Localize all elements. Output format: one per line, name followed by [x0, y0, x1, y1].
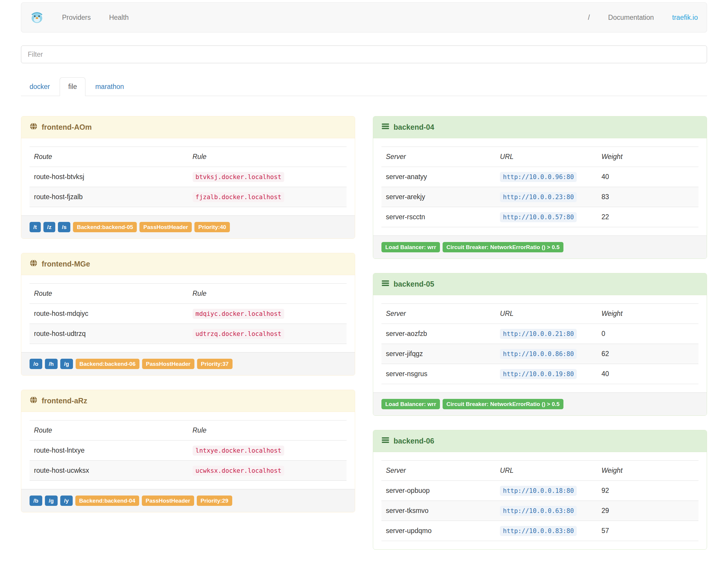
route-row: route-host-btvksj btvksj.docker.localhos…: [30, 167, 347, 187]
route-row: route-host-mdqiyc mdqiyc.docker.localhos…: [30, 304, 347, 324]
backend-badge: Backend:backend-04: [75, 496, 139, 506]
rule-cell: mdqiyc.docker.localhost: [188, 304, 347, 324]
navbar-right: / Documentation traefik.io: [588, 14, 698, 22]
server-name-cell: server-rscctn: [381, 207, 495, 227]
backend-panel: backend-06 Server URL Weight: [373, 430, 707, 550]
traefik-logo-icon[interactable]: [30, 11, 44, 24]
tab-file[interactable]: file: [60, 77, 85, 96]
route-name-cell: route-host-udtrzq: [30, 324, 188, 344]
server-url-cell: http://10.0.0.18:80: [495, 481, 597, 501]
url-code: http://10.0.0.83:80: [500, 526, 577, 536]
server-url-cell: http://10.0.0.83:80: [495, 521, 597, 541]
path-badge: /g: [45, 496, 58, 506]
frontend-panel-footer: /t /z /s Backend:backend-05 PassHostHead…: [21, 215, 355, 238]
route-row: route-host-lntxye lntxye.docker.localhos…: [30, 441, 347, 461]
rule-cell: udtrzq.docker.localhost: [188, 324, 347, 344]
server-url-cell: http://10.0.0.21:80: [495, 324, 597, 344]
backend-panel-header: backend-04: [373, 116, 707, 138]
server-weight-cell: 62: [597, 344, 698, 364]
nav-documentation[interactable]: Documentation: [608, 14, 654, 22]
backend-title: backend-04: [394, 123, 434, 131]
frontend-panel: frontend-MGe Route Rule route-host-mdqi: [21, 253, 355, 376]
globe-icon: [30, 122, 38, 132]
frontend-title: frontend-AOm: [42, 123, 92, 131]
servers-table-header-row: Server URL Weight: [381, 461, 698, 481]
server-weight-cell: 83: [597, 187, 698, 207]
route-name-cell: route-host-lntxye: [30, 441, 188, 461]
nav-traefik-site-link[interactable]: traefik.io: [672, 14, 698, 22]
server-weight-cell: 22: [597, 207, 698, 227]
servers-table-header-row: Server URL Weight: [381, 304, 698, 324]
column-header-server: Server: [381, 461, 495, 481]
column-header-weight: Weight: [597, 304, 698, 324]
frontend-title: frontend-MGe: [42, 260, 90, 268]
rule-code: udtrzq.docker.localhost: [193, 329, 285, 339]
url-code: http://10.0.0.96:80: [500, 172, 577, 182]
server-bars-icon: [381, 279, 389, 289]
url-code: http://10.0.0.21:80: [500, 329, 577, 339]
backend-title: backend-05: [394, 280, 434, 288]
nav-providers[interactable]: Providers: [62, 14, 91, 22]
nav-slash[interactable]: /: [588, 14, 590, 22]
server-name-cell: server-jifqgz: [381, 344, 495, 364]
frontend-panel-footer: /b /g /y Backend:backend-04 PassHostHead…: [21, 489, 355, 512]
frontend-panel-header: frontend-MGe: [21, 253, 355, 275]
url-code: http://10.0.0.23:80: [500, 192, 577, 202]
column-header-url: URL: [495, 461, 597, 481]
backend-panel: backend-04 Server URL Weight: [373, 116, 707, 259]
frontend-panel-footer: /o /h /g Backend:backend-06 PassHostHead…: [21, 352, 355, 375]
servers-table: Server URL Weight server-aozfzb http://1…: [381, 303, 698, 384]
tab-docker[interactable]: docker: [21, 77, 59, 96]
rule-cell: btvksj.docker.localhost: [188, 167, 347, 187]
server-url-cell: http://10.0.0.19:80: [495, 364, 597, 384]
server-bars-icon: [381, 436, 389, 446]
servers-table: Server URL Weight server-anatyy http://1…: [381, 147, 698, 227]
passhostheader-badge: PassHostHeader: [142, 359, 194, 369]
column-header-route: Route: [30, 147, 188, 167]
nav-health[interactable]: Health: [109, 14, 129, 22]
filter-input[interactable]: [21, 46, 707, 63]
column-header-route: Route: [30, 284, 188, 304]
path-badge: /s: [58, 222, 70, 232]
frontend-panel: frontend-AOm Route Rule route-host-btvk: [21, 116, 355, 239]
frontend-panel-body: Route Rule route-host-lntxye lntxye.dock…: [21, 412, 355, 489]
provider-tabs: docker file marathon: [21, 77, 707, 96]
rule-code: lntxye.docker.localhost: [193, 446, 285, 456]
globe-icon: [30, 259, 38, 269]
server-row: server-updqmo http://10.0.0.83:80 57: [381, 521, 698, 541]
server-url-cell: http://10.0.0.57:80: [495, 207, 597, 227]
backend-panel: backend-05 Server URL Weight: [373, 273, 707, 416]
url-code: http://10.0.0.18:80: [500, 486, 577, 496]
path-badge: /o: [30, 359, 42, 369]
url-code: http://10.0.0.19:80: [500, 369, 577, 379]
column-header-server: Server: [381, 147, 495, 167]
route-name-cell: route-host-ucwksx: [30, 461, 188, 481]
column-header-rule: Rule: [188, 284, 347, 304]
server-weight-cell: 0: [597, 324, 698, 344]
backend-panel-body: Server URL Weight server-anatyy http://1…: [373, 138, 707, 235]
column-header-weight: Weight: [597, 461, 698, 481]
server-name-cell: server-nsgrus: [381, 364, 495, 384]
tab-marathon[interactable]: marathon: [87, 77, 132, 96]
rule-cell: lntxye.docker.localhost: [188, 441, 347, 461]
backend-panel-footer: Load Balancer: wrr Circuit Breaker: Netw…: [373, 392, 707, 415]
server-url-cell: http://10.0.0.23:80: [495, 187, 597, 207]
circuit-breaker-badge: Circuit Breaker: NetworkErrorRatio () > …: [443, 399, 563, 409]
server-weight-cell: 92: [597, 481, 698, 501]
load-balancer-badge: Load Balancer: wrr: [381, 242, 440, 252]
route-name-cell: route-host-fjzalb: [30, 187, 188, 207]
backend-title: backend-06: [394, 437, 434, 445]
path-badge: /b: [30, 496, 42, 506]
server-row: server-anatyy http://10.0.0.96:80 40: [381, 167, 698, 187]
server-name-cell: server-aozfzb: [381, 324, 495, 344]
backend-panel-header: backend-05: [373, 273, 707, 295]
routes-table-header-row: Route Rule: [30, 420, 347, 441]
frontend-title: frontend-aRz: [42, 397, 87, 405]
server-row: server-nsgrus http://10.0.0.19:80 40: [381, 364, 698, 384]
backends-column: backend-04 Server URL Weight: [373, 116, 707, 562]
routes-table: Route Rule route-host-btvksj btvksj.dock…: [30, 147, 347, 207]
column-header-weight: Weight: [597, 147, 698, 167]
url-code: http://10.0.0.86:80: [500, 349, 577, 359]
backend-badge: Backend:backend-05: [73, 222, 137, 232]
url-code: http://10.0.0.57:80: [500, 212, 577, 222]
